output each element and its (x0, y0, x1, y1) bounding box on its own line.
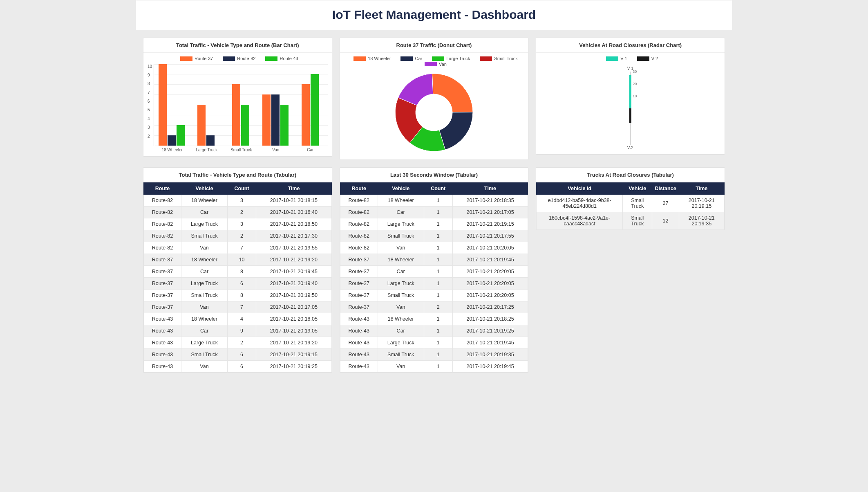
table-header[interactable]: Distance (652, 183, 679, 195)
table-cell: 160cbc4f-1598-4ac2-9a1e-caacc48adacf (537, 212, 623, 230)
table-row: Route-37Car12017-10-21 20:20:05 (340, 266, 528, 278)
legend-item[interactable]: V-1 (603, 56, 627, 61)
table-cell: Route-43 (144, 349, 181, 361)
table-cell: 2017-10-21 20:20:05 (452, 278, 528, 290)
bar[interactable] (302, 84, 310, 145)
legend-item[interactable]: 18 Wheeler (350, 56, 391, 61)
panel-window-table: Last 30 Seconds Window (Tabular) RouteVe… (340, 167, 529, 373)
table-row: e1dbd412-ba59-4dac-9b38-45eb224d88d1Smal… (537, 195, 725, 212)
table-cell: Large Truck (378, 218, 424, 230)
table-cell: 7 (227, 242, 256, 254)
bar[interactable] (271, 94, 280, 145)
table-header[interactable]: Route (144, 183, 181, 195)
table-cell: 1 (424, 337, 452, 349)
table-cell: Route-37 (340, 254, 378, 266)
table-cell: Car (378, 266, 424, 278)
table-header[interactable]: Vehicle (181, 183, 228, 195)
table-header[interactable]: Time (679, 183, 724, 195)
table-header[interactable]: Route (340, 183, 378, 195)
legend-item[interactable]: Route-82 (219, 56, 255, 61)
table-row: Route-37Small Truck82017-10-21 20:19:50 (144, 290, 332, 301)
donut-slice[interactable] (432, 74, 473, 112)
donut-slice[interactable] (439, 112, 473, 150)
table-row: Route-43Large Truck22017-10-21 20:19:20 (144, 337, 332, 349)
page-title-bar: IoT Fleet Management - Dashboard (136, 0, 732, 30)
bar[interactable] (280, 105, 289, 146)
table-cell: Van (181, 301, 228, 313)
table-cell: Small Truck (623, 195, 652, 212)
bar[interactable] (241, 105, 249, 146)
table-cell: 2017-10-21 20:20:05 (452, 242, 528, 254)
table-header[interactable]: Time (452, 183, 528, 195)
table-cell: Large Truck (378, 278, 424, 290)
table-row: Route-37Small Truck12017-10-21 20:20:05 (340, 290, 528, 301)
table-cell: 1 (424, 278, 452, 290)
table-header[interactable]: Vehicle (378, 183, 424, 195)
table-row: Route-3718 Wheeler102017-10-21 20:19:20 (144, 254, 332, 266)
donut-chart[interactable] (391, 70, 477, 155)
table-cell: 8 (227, 290, 256, 301)
table-row: Route-82Van72017-10-21 20:19:55 (144, 242, 332, 254)
panel-title: Route 37 Traffic (Donut Chart) (340, 38, 528, 53)
table-header[interactable]: Count (424, 183, 452, 195)
table-cell: Small Truck (378, 230, 424, 242)
legend-item[interactable]: Small Truck (477, 56, 517, 61)
bar[interactable] (159, 64, 167, 146)
table-cell: Route-43 (144, 313, 181, 325)
table-cell: Route-43 (340, 313, 378, 325)
table-cell: Small Truck (623, 212, 652, 230)
table-cell: 1 (424, 349, 452, 361)
bar-chart-plot[interactable] (154, 64, 328, 146)
legend-item[interactable]: Car (397, 56, 422, 61)
table-cell: Route-43 (144, 337, 181, 349)
bar-chart-y-axis: 1098765432 (148, 64, 154, 146)
legend-item[interactable]: Van (421, 62, 447, 67)
legend-item[interactable]: Large Truck (429, 56, 470, 61)
table-cell: 1 (424, 254, 452, 266)
bar[interactable] (311, 74, 319, 145)
table-cell: Car (181, 266, 228, 278)
table-row: Route-4318 Wheeler12017-10-21 20:18:25 (340, 313, 528, 325)
table-cell: Small Truck (378, 349, 424, 361)
legend-item[interactable]: Route-43 (262, 56, 298, 61)
table-header[interactable]: Vehicle (623, 183, 652, 195)
table-cell: Small Truck (181, 349, 228, 361)
table-row: Route-43Small Truck62017-10-21 20:19:15 (144, 349, 332, 361)
table-row: Route-43Van62017-10-21 20:19:25 (144, 361, 332, 373)
bar[interactable] (206, 135, 215, 146)
bar[interactable] (197, 105, 206, 146)
table-cell: Route-82 (340, 230, 378, 242)
table-cell: 2017-10-21 20:19:20 (256, 254, 332, 266)
bar[interactable] (177, 125, 185, 146)
table-cell: 3 (227, 218, 256, 230)
panel-title: Vehicles At Road Closures (Radar Chart) (536, 38, 725, 53)
table-cell: Route-43 (340, 337, 378, 349)
table-row: Route-43Van12017-10-21 20:19:45 (340, 361, 528, 373)
table-row: Route-4318 Wheeler42017-10-21 20:18:05 (144, 313, 332, 325)
table-cell: 2017-10-21 20:17:05 (256, 301, 332, 313)
table-cell: 2017-10-21 20:19:15 (256, 349, 332, 361)
table-cell: 2017-10-21 20:19:45 (452, 254, 528, 266)
table-row: Route-82Van12017-10-21 20:20:05 (340, 242, 528, 254)
bar[interactable] (262, 94, 271, 145)
table-header[interactable]: Vehicle Id (537, 183, 623, 195)
table-cell: 1 (424, 242, 452, 254)
legend-item[interactable]: V-2 (634, 56, 658, 61)
table-cell: 6 (227, 361, 256, 373)
legend-item[interactable]: Route-37 (177, 56, 213, 61)
table-header[interactable]: Count (227, 183, 256, 195)
table-cell: Route-43 (340, 349, 378, 361)
table-cell: Route-37 (340, 290, 378, 301)
table-cell: Car (181, 325, 228, 337)
table-header[interactable]: Time (256, 183, 332, 195)
donut-chart-legend: 18 WheelerCarLarge TruckSmall TruckVan (344, 56, 524, 67)
closures-table: Vehicle IdVehicleDistanceTimee1dbd412-ba… (536, 182, 725, 230)
table-cell: Route-82 (340, 218, 378, 230)
bar[interactable] (232, 84, 240, 145)
table-cell: Van (378, 361, 424, 373)
table-cell: Large Truck (378, 337, 424, 349)
radar-chart[interactable]: V-1V-2302010 (540, 64, 720, 150)
panel-title: Total Traffic - Vehicle Type and Route (… (143, 38, 332, 53)
bar[interactable] (168, 135, 176, 146)
table-cell: 1 (424, 313, 452, 325)
